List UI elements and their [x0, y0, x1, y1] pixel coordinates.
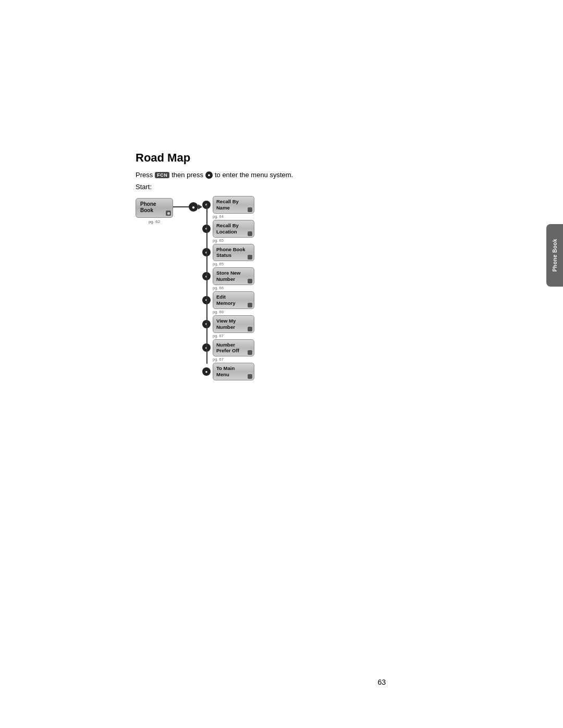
then-text: then press	[172, 171, 203, 179]
to-text: to enter the menu system.	[215, 171, 293, 179]
recall-by-name-line1: Recall By	[216, 199, 239, 205]
edit-memory-icon	[248, 303, 252, 307]
view-my-number-pg: pg. 67	[213, 334, 224, 338]
number-prefer-off-line1: Number	[216, 342, 235, 348]
phone-book-status-pg: pg. 65	[213, 262, 224, 266]
start-label: Start:	[136, 183, 500, 191]
store-new-number-line1: Store New	[216, 270, 240, 276]
recall-by-name-pg: pg. 64	[213, 214, 224, 219]
store-new-number-btn: Store New Number	[213, 267, 254, 285]
number-prefer-off-line2: Prefer Off	[216, 348, 239, 354]
arrow-connector: ●	[173, 202, 202, 212]
edit-memory-line1: Edit	[216, 294, 226, 300]
recall-by-location-pg: pg. 65	[213, 238, 224, 243]
side-tab-label: Phone Book	[552, 239, 558, 272]
phone-book-btn-icon	[166, 211, 171, 216]
menu-item-view-my-number: ● View My Number pg. 67	[202, 315, 254, 338]
arrow-nav-circle: ●	[189, 202, 198, 212]
edit-memory-pg: pg. 68	[213, 310, 224, 314]
phone-book-col: Phone Book pg. 62	[136, 198, 173, 224]
store-new-number-line2: Number	[216, 276, 235, 282]
view-my-number-line1: View My	[216, 318, 236, 324]
store-new-number-pg: pg. 66	[213, 286, 224, 290]
arrow-head	[198, 204, 202, 209]
phone-book-status-btn: Phone Book Status	[213, 244, 254, 262]
edit-memory-line2: Memory	[216, 300, 235, 306]
store-new-number-icon	[248, 279, 252, 283]
phone-book-status-line1: Phone Book	[216, 246, 245, 253]
menu-item-recall-by-name: ● Recall By Name pg. 64	[202, 196, 254, 219]
nav-icon-7: ●	[202, 367, 211, 376]
recall-by-name-icon	[248, 207, 252, 212]
recall-by-name-btn: Recall By Name	[213, 196, 254, 214]
fcn-badge: FCN	[155, 172, 169, 178]
menu-item-edit-memory: ● Edit Memory pg. 68	[202, 291, 254, 314]
recall-by-name-line2: Name	[216, 205, 230, 211]
side-tab[interactable]: Phone Book	[546, 224, 563, 287]
edit-memory-btn: Edit Memory	[213, 291, 254, 309]
arrow-line	[173, 206, 189, 207]
phone-book-button: Phone Book	[136, 198, 173, 218]
recall-by-location-btn: Recall By Location	[213, 220, 254, 238]
menu-item-to-main-menu: ● To Main Menu	[202, 363, 254, 380]
page-number: 63	[377, 678, 386, 686]
phone-book-status-line2: Status	[216, 252, 231, 258]
recall-by-location-icon	[248, 231, 252, 236]
to-main-menu-btn: To Main Menu	[213, 363, 254, 380]
intro-line: Press FCN then press ● to enter the menu…	[136, 171, 500, 179]
to-main-menu-icon	[248, 374, 252, 379]
phone-book-line1: Phone	[140, 201, 156, 207]
phone-book-pg: pg. 62	[149, 219, 160, 224]
nav-circle-icon: ●	[205, 171, 213, 179]
page-title: Road Map	[136, 151, 500, 165]
view-my-number-icon	[248, 327, 252, 331]
phone-book-line2: Book	[140, 207, 153, 214]
view-my-number-line2: Number	[216, 324, 235, 330]
number-prefer-off-btn: Number Prefer Off	[213, 339, 254, 357]
menu-item-store-new-number: ● Store New Number pg. 66	[202, 267, 254, 290]
to-main-menu-line2: Menu	[216, 372, 229, 378]
diagram-area: Phone Book pg. 62 ● ● Rec	[136, 196, 500, 381]
recall-by-location-line1: Recall By	[216, 223, 239, 229]
to-main-menu-line1: To Main	[216, 365, 235, 372]
view-my-number-btn: View My Number	[213, 315, 254, 333]
menu-item-phone-book-status: ● Phone Book Status pg. 65	[202, 244, 254, 267]
number-prefer-off-icon	[248, 350, 252, 355]
press-text: Press	[136, 171, 153, 179]
phone-book-status-icon	[248, 255, 252, 260]
menu-items-col: ● Recall By Name pg. 64 ● Recall	[202, 196, 254, 381]
menu-item-recall-by-location: ● Recall By Location pg. 65	[202, 220, 254, 243]
recall-by-location-line2: Location	[216, 229, 237, 235]
menu-item-number-prefer-off: ● Number Prefer Off pg. 67	[202, 339, 254, 362]
number-prefer-off-pg: pg. 67	[213, 357, 224, 362]
